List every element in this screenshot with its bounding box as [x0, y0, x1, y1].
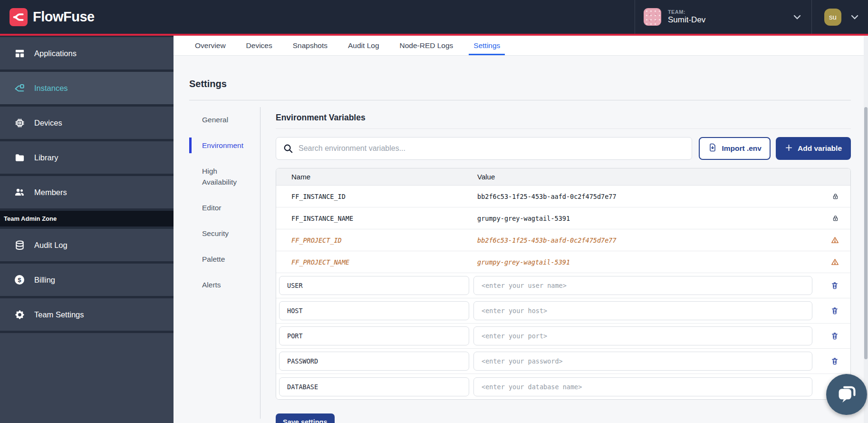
section-title: Environment Variables: [276, 113, 851, 123]
tab-audit-log[interactable]: Audit Log: [343, 36, 384, 55]
user-menu[interactable]: su: [811, 0, 868, 34]
sidebar-item-label: Instances: [34, 84, 68, 93]
env-var-name: FF_INSTANCE_NAME: [291, 215, 477, 222]
add-variable-button[interactable]: Add variable: [776, 137, 851, 160]
table-header: Name Value: [276, 168, 850, 186]
import-env-button[interactable]: Import .env: [699, 137, 771, 160]
chip-icon: [13, 118, 26, 128]
scrollbar-track[interactable]: [864, 36, 868, 423]
instance-tabs: Overview Devices Snapshots Audit Log Nod…: [174, 36, 868, 56]
sidebar-item-audit-log[interactable]: Audit Log: [0, 229, 174, 261]
table-row: FF_INSTANCE_ID bb2f6c53-1f25-453b-aafd-0…: [276, 186, 850, 207]
main-panel: Overview Devices Snapshots Audit Log Nod…: [174, 36, 868, 423]
folder-icon: [13, 152, 26, 163]
env-var-value: bb2f6c53-1f25-453b-aafd-0c2f475d7e77: [477, 193, 829, 200]
env-variables-table: Name Value FF_INSTANCE_ID bb2f6c53-1f25-…: [276, 168, 851, 400]
subnav-item-security[interactable]: Security: [189, 226, 250, 241]
section-divider: [276, 128, 851, 129]
sidebar-item-library[interactable]: Library: [0, 141, 174, 174]
team-admin-zone-label: Team Admin Zone: [0, 211, 174, 226]
table-row-editable: [276, 324, 850, 349]
env-var-name-input[interactable]: [279, 377, 469, 396]
settings-subnav: General Environment High Availability Ed…: [189, 107, 260, 419]
env-var-value-input[interactable]: [473, 377, 812, 396]
subnav-item-general[interactable]: General: [189, 112, 250, 128]
env-var-name-input[interactable]: [279, 326, 469, 345]
import-env-label: Import .env: [722, 144, 762, 153]
sidebar-item-label: Library: [34, 153, 58, 162]
searchbox: [276, 137, 692, 160]
brand[interactable]: FlowFuse: [0, 0, 95, 34]
sidebar-item-label: Members: [34, 188, 67, 197]
column-header-value: Value: [477, 173, 829, 181]
flowfuse-app: FlowFuse TEAM: Sumit-Dev su: [0, 0, 868, 423]
env-var-value-input[interactable]: [473, 352, 812, 371]
team-name: Sumit-Dev: [668, 15, 705, 25]
add-variable-label: Add variable: [798, 144, 842, 153]
subnav-item-high-availability[interactable]: High Availability: [189, 163, 250, 190]
table-row-editable: [276, 298, 850, 324]
scrollbar-thumb[interactable]: [864, 107, 868, 359]
env-var-value-input[interactable]: [473, 326, 812, 345]
plus-icon: [785, 144, 793, 154]
table-row-editable: [276, 349, 850, 374]
trash-icon[interactable]: [829, 357, 839, 365]
env-var-value-input[interactable]: [473, 276, 812, 295]
team-text: TEAM: Sumit-Dev: [668, 9, 705, 25]
table-row: FF_INSTANCE_NAME grumpy-grey-wagtail-539…: [276, 207, 850, 229]
env-var-name: FF_PROJECT_NAME: [291, 258, 477, 266]
tab-settings[interactable]: Settings: [469, 36, 505, 55]
sidebar-item-label: Audit Log: [34, 241, 68, 250]
tab-overview[interactable]: Overview: [190, 36, 231, 55]
chevron-down-icon: [793, 13, 801, 21]
chat-widget-button[interactable]: [826, 374, 867, 415]
sidebar-item-label: Team Settings: [34, 310, 84, 319]
warning-icon: [829, 236, 839, 244]
column-header-name: Name: [291, 173, 477, 181]
table-row-editable: [276, 374, 850, 399]
team-avatar: [644, 8, 661, 26]
table-row-editable: [276, 273, 850, 298]
env-var-name-input[interactable]: [279, 301, 469, 320]
trash-icon[interactable]: [829, 306, 839, 315]
user-avatar: su: [824, 9, 841, 26]
sidebar-item-billing[interactable]: $ Billing: [0, 264, 174, 296]
sidebar-item-team-settings[interactable]: Team Settings: [0, 298, 174, 331]
svg-text:$: $: [18, 276, 21, 284]
sidebar-item-label: Billing: [34, 275, 55, 285]
subnav-item-environment[interactable]: Environment: [189, 138, 250, 153]
team-selector[interactable]: TEAM: Sumit-Dev: [635, 0, 811, 34]
env-var-value: grumpy-grey-wagtail-5391: [477, 258, 829, 266]
env-var-name-input[interactable]: [279, 352, 469, 371]
search-icon: [283, 143, 293, 156]
sidebar-filler: [0, 333, 174, 423]
sidebar-item-members[interactable]: Members: [0, 176, 174, 208]
search-input[interactable]: [276, 137, 692, 160]
table-row-deprecated: FF_PROJECT_NAME grumpy-grey-wagtail-5391: [276, 251, 850, 273]
trash-icon[interactable]: [829, 281, 839, 290]
subnav-item-editor[interactable]: Editor: [189, 200, 250, 216]
team-label: TEAM:: [668, 9, 705, 15]
sidebar-item-applications[interactable]: Applications: [0, 37, 174, 69]
save-settings-button[interactable]: Save settings: [276, 413, 335, 423]
trash-icon[interactable]: [829, 332, 839, 340]
env-var-value: grumpy-grey-wagtail-5391: [477, 215, 829, 222]
env-var-value-input[interactable]: [473, 301, 812, 320]
sidebar: Applications Instances: [0, 36, 174, 423]
subnav-item-alerts[interactable]: Alerts: [189, 277, 250, 293]
applications-icon: [13, 48, 26, 59]
chat-icon: [836, 383, 858, 406]
tab-devices[interactable]: Devices: [241, 36, 277, 55]
tab-snapshots[interactable]: Snapshots: [288, 36, 332, 55]
brand-name: FlowFuse: [33, 9, 95, 25]
dollar-icon: $: [13, 274, 26, 285]
sidebar-item-devices[interactable]: Devices: [0, 107, 174, 139]
users-icon: [13, 187, 26, 198]
env-var-value: bb2f6c53-1f25-453b-aafd-0c2f475d7e77: [477, 236, 829, 244]
sidebar-item-instances[interactable]: Instances: [0, 72, 174, 104]
import-icon: [708, 143, 717, 154]
environment-section: Environment Variables: [276, 107, 851, 419]
env-var-name-input[interactable]: [279, 276, 469, 295]
subnav-item-palette[interactable]: Palette: [189, 251, 250, 267]
tab-node-red-logs[interactable]: Node-RED Logs: [395, 36, 458, 55]
